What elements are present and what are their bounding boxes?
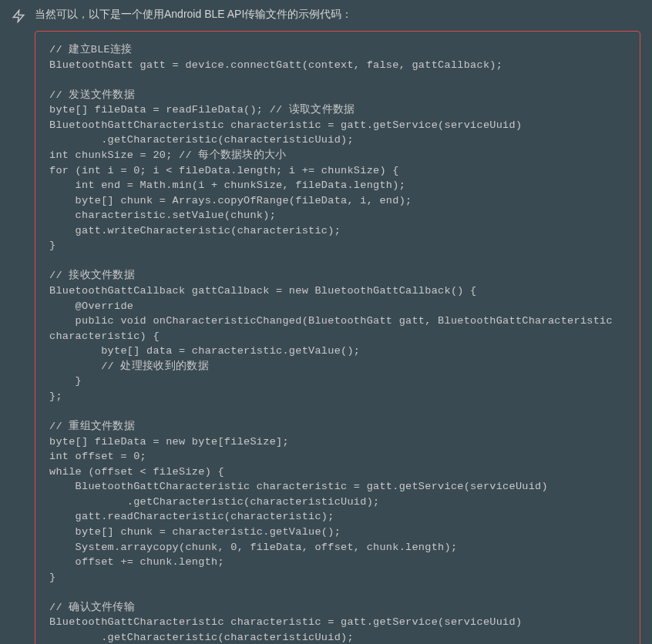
lightning-icon <box>12 9 25 23</box>
code-block: // 建立BLE连接 BluetoothGatt gatt = device.c… <box>35 31 640 644</box>
message-content: 当然可以，以下是一个使用Android BLE API传输文件的示例代码： //… <box>35 8 640 644</box>
intro-text: 当然可以，以下是一个使用Android BLE API传输文件的示例代码： <box>35 8 640 22</box>
avatar-column <box>12 8 25 644</box>
message-container: 当然可以，以下是一个使用Android BLE API传输文件的示例代码： //… <box>0 8 652 644</box>
code-content: // 建立BLE连接 BluetoothGatt gatt = device.c… <box>49 42 626 644</box>
